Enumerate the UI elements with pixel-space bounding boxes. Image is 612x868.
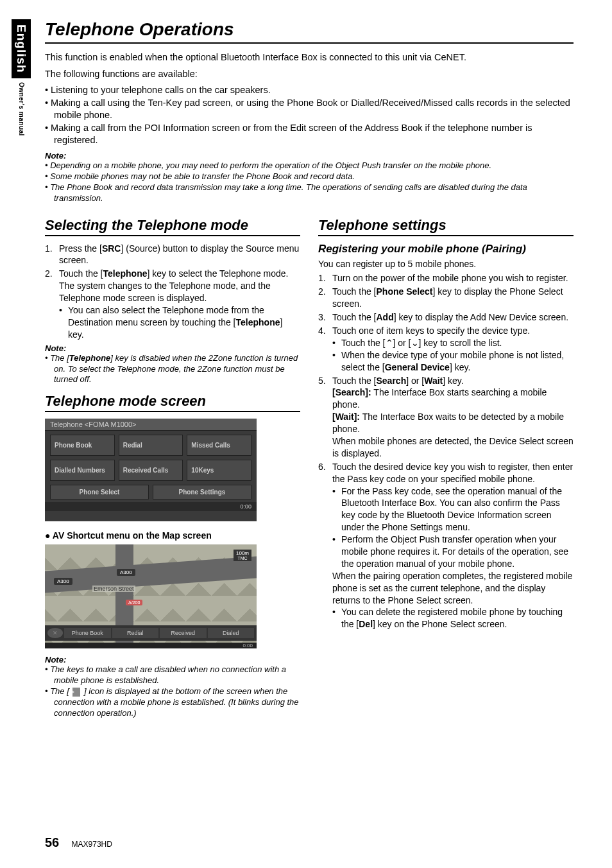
- top-bullet: Listening to your telephone calls on the…: [45, 84, 574, 97]
- note-item: The keys to make a call are disabled whe…: [45, 664, 300, 686]
- scroll-down-icon: ⌄: [411, 337, 419, 349]
- page-footer: 56 MAX973HD: [45, 835, 574, 850]
- map-zoom: 100m TMC: [234, 550, 251, 561]
- step-6-sub: For the Pass key code, see the operation…: [332, 485, 574, 534]
- intro-line-2: The following functions are available:: [45, 68, 574, 81]
- left-note-1: The [Telephone] key is disabled when the…: [45, 353, 300, 386]
- tel-btn-phonebook[interactable]: Phone Book: [50, 435, 115, 456]
- step-6-sublist: For the Pass key code, see the operation…: [332, 485, 574, 570]
- step-2-sublist: You can also select the Telephone mode f…: [59, 304, 300, 341]
- side-tab-english: English: [12, 19, 31, 78]
- note-item: Depending on a mobile phone, you may nee…: [45, 161, 574, 171]
- tel-btn-missed[interactable]: Missed Calls: [187, 435, 251, 456]
- telephone-mode-screenshot: Telephone <FOMA M1000> Phone Book Redial…: [45, 419, 257, 521]
- left-note-2: The keys to make a call are disabled whe…: [45, 664, 300, 718]
- side-tab-owner: Owner's manual: [12, 78, 31, 140]
- model-number: MAX973HD: [72, 840, 112, 849]
- step-1-text: Press the [SRC] (Source) button to displ…: [59, 243, 299, 266]
- tel-btn-redial[interactable]: Redial: [119, 435, 183, 456]
- map-btn-redial[interactable]: Redial: [112, 628, 159, 638]
- map-btn-phonebook[interactable]: Phone Book: [64, 628, 111, 638]
- step-6-sub: Perform the Object Push transfer operati…: [332, 534, 574, 570]
- tel-btn-phone-settings[interactable]: Phone Settings: [153, 485, 251, 499]
- map-badge: A300: [117, 569, 135, 576]
- map-btn-dialed[interactable]: Dialed: [208, 628, 255, 638]
- step-2: 2. Touch the [Telephone] key to select t…: [45, 268, 300, 340]
- note-item: The [Telephone] key is disabled when the…: [45, 353, 300, 386]
- top-bullet-list: Listening to your telephone calls on the…: [45, 84, 574, 147]
- note-item: The Phone Book and record data transmiss…: [45, 182, 574, 204]
- step-2-sub: You can also select the Telephone mode f…: [59, 304, 300, 341]
- step-4-sub: Touch the [⌃] or [⌄] key to scroll the l…: [332, 337, 574, 349]
- step-1: 1. Press the [SRC] (Source) button to di…: [45, 243, 300, 267]
- heading-telephone-settings: Telephone settings: [318, 217, 574, 236]
- step-6-sub: You can delete the registered mobile pho…: [332, 606, 574, 630]
- pairing-steps: 1.Turn on the power of the mobile phone …: [318, 272, 574, 630]
- pair-step-4: 4.Touch one of item keys to specify the …: [318, 325, 574, 374]
- tel-btn-received[interactable]: Received Calls: [119, 460, 183, 481]
- top-note-list: Depending on a mobile phone, you may nee…: [45, 161, 574, 204]
- map-close-icon[interactable]: ✕: [47, 628, 63, 638]
- pair-step-3: 3.Touch the [Add] key to display the Add…: [318, 311, 574, 324]
- map-car-icon: A/200: [126, 600, 142, 605]
- left-column: Selecting the Telephone mode 1. Press th…: [45, 214, 300, 719]
- tel-btn-dialled[interactable]: Dialled Numbers: [50, 460, 115, 481]
- step-4-sub: When the device type of your mobile phon…: [332, 349, 574, 374]
- pair-step-1: 1.Turn on the power of the mobile phone …: [318, 272, 574, 284]
- step-4-sublist: Touch the [⌃] or [⌄] key to scroll the l…: [332, 337, 574, 374]
- map-btn-received[interactable]: Received: [160, 628, 207, 638]
- map-screenshot: A300 A300 Emerson Street 100m TMC A/200 …: [45, 544, 257, 648]
- heading-selecting-telephone: Selecting the Telephone mode: [45, 217, 300, 236]
- map-street-label: Emerson Street: [92, 586, 135, 592]
- scroll-up-icon: ⌃: [386, 337, 393, 349]
- selecting-steps: 1. Press the [SRC] (Source) button to di…: [45, 243, 300, 341]
- pair-step-2: 2.Touch the [Phone Select] key to displa…: [318, 286, 574, 310]
- heading-registering-pairing: Registering your mobile phone (Pairing): [318, 243, 574, 256]
- tel-btn-phone-select[interactable]: Phone Select: [50, 485, 149, 499]
- right-column: Telephone settings Registering your mobi…: [318, 214, 574, 719]
- step-6-sublist-2: You can delete the registered mobile pho…: [332, 606, 574, 630]
- side-tab: English Owner's manual: [12, 19, 31, 139]
- note-heading: Note:: [45, 655, 300, 664]
- bluetooth-icon: ⌖: [72, 688, 80, 697]
- map-toolbar: ✕ Phone Book Redial Received Dialed: [45, 625, 257, 641]
- heading-telephone-mode-screen: Telephone mode screen: [45, 393, 300, 412]
- note-item: The [ ⌖ ] icon is displayed at the botto…: [45, 686, 300, 719]
- pair-step-6: 6.Touch the desired device key you wish …: [318, 461, 574, 630]
- top-bullet: Making a call using the Ten-Key pad scre…: [45, 97, 574, 122]
- pair-step-5: 5.Touch the [Search] or [Wait] key. [Sea…: [318, 375, 574, 460]
- map-badge: A300: [54, 578, 72, 585]
- pairing-intro: You can register up to 5 mobile phones.: [318, 258, 574, 270]
- map-status-time: 0:00: [45, 643, 257, 648]
- note-heading: Note:: [45, 343, 300, 353]
- note-heading: Note:: [45, 151, 574, 161]
- tel-btn-10keys[interactable]: 10Keys: [187, 460, 251, 481]
- note-item: Some mobile phones may not be able to tr…: [45, 171, 574, 182]
- step-2-text: Touch the [Telephone] key to select the …: [59, 268, 288, 279]
- av-shortcut-heading: AV Shortcut menu on the Map screen: [45, 530, 300, 541]
- page-number: 56: [45, 835, 59, 849]
- intro-line-1: This function is enabled when the option…: [45, 51, 574, 64]
- tel-titlebar: Telephone <FOMA M1000>: [45, 419, 257, 431]
- tel-status-time: 0:00: [45, 502, 257, 511]
- page-title: Telephone Operations: [45, 19, 574, 44]
- top-bullet: Making a call from the POI Information s…: [45, 122, 574, 147]
- step-2-body: The system changes to the Telephone mode…: [59, 280, 300, 304]
